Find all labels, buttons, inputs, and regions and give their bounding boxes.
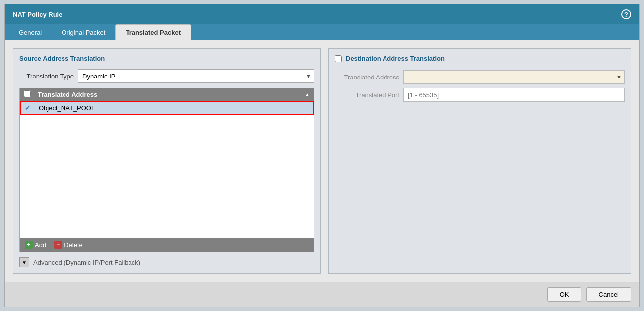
dest-section-title: Destination Address Translation — [346, 55, 445, 62]
translated-port-field-row: Translated Port — [335, 88, 625, 102]
header-translated-address: Translated Address — [38, 91, 301, 98]
tab-translated-packet[interactable]: Translated Packet — [115, 24, 191, 40]
dest-address-input[interactable] — [403, 70, 625, 84]
dest-address-input-wrapper: ▼ — [403, 70, 625, 84]
title-bar: NAT Policy Rule ? — [5, 4, 639, 24]
nat-policy-rule-dialog: NAT Policy Rule ? General Original Packe… — [4, 4, 640, 307]
table-body: ✔ Object_NAT_POOL — [20, 101, 314, 238]
translation-type-label: Translation Type — [19, 73, 74, 80]
translated-address-field-row: Translated Address ▼ — [335, 70, 625, 84]
table-footer: + Add − Delete — [20, 238, 314, 252]
translation-type-select-wrapper: Dynamic IP Static IP Dynamic IP and Port… — [78, 69, 314, 83]
tabs-bar: General Original Packet Translated Packe… — [5, 24, 639, 40]
dest-port-input[interactable] — [403, 88, 625, 102]
cancel-button[interactable]: Cancel — [586, 287, 631, 302]
dest-enable-checkbox[interactable] — [335, 55, 342, 62]
table-row[interactable]: ✔ Object_NAT_POOL — [20, 101, 314, 115]
add-label: Add — [35, 241, 46, 249]
dialog-footer: OK Cancel — [5, 282, 639, 307]
ok-button[interactable]: OK — [547, 287, 581, 302]
source-section-title: Source Address Translation — [19, 55, 314, 62]
delete-icon: − — [54, 241, 62, 249]
destination-address-translation-section: Destination Address Translation Translat… — [328, 48, 631, 274]
delete-button[interactable]: − Delete — [54, 241, 83, 249]
help-icon[interactable]: ? — [621, 9, 631, 19]
add-button[interactable]: + Add — [25, 241, 46, 249]
delete-label: Delete — [64, 241, 83, 249]
row-checkbox[interactable]: ✔ — [25, 104, 35, 112]
translation-type-select[interactable]: Dynamic IP Static IP Dynamic IP and Port… — [78, 69, 314, 83]
translation-type-row: Translation Type Dynamic IP Static IP Dy… — [19, 69, 314, 83]
advanced-row: ▼ Advanced (Dynamic IP/Port Fallback) — [19, 257, 314, 267]
dest-port-label: Translated Port — [335, 91, 399, 99]
dest-address-label: Translated Address — [335, 74, 399, 81]
tab-original-packet[interactable]: Original Packet — [52, 25, 115, 40]
source-address-translation-section: Source Address Translation Translation T… — [13, 48, 321, 274]
dest-section: Destination Address Translation Translat… — [335, 55, 625, 102]
table-header: Translated Address ▲ — [20, 88, 314, 101]
advanced-label: Advanced (Dynamic IP/Port Fallback) — [33, 259, 140, 266]
translated-address-table: Translated Address ▲ ✔ Object_NAT_POOL +… — [19, 88, 314, 252]
advanced-toggle[interactable]: ▼ — [19, 257, 29, 267]
row-name: Object_NAT_POOL — [39, 104, 309, 112]
header-checkbox-col — [24, 90, 34, 99]
add-icon: + — [25, 241, 33, 249]
content-area: Source Address Translation Translation T… — [5, 40, 639, 282]
dialog-title: NAT Policy Rule — [13, 11, 62, 18]
select-all-checkbox[interactable] — [24, 90, 31, 97]
sort-arrow-icon: ▲ — [305, 92, 310, 97]
tab-general[interactable]: General — [9, 25, 52, 40]
dest-header: Destination Address Translation — [335, 55, 625, 66]
